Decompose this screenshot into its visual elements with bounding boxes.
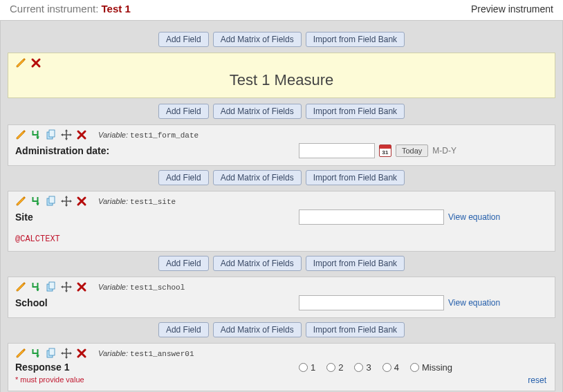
- move-icon[interactable]: [61, 281, 72, 292]
- delete-icon[interactable]: [76, 281, 87, 292]
- move-icon[interactable]: [61, 129, 72, 140]
- radio-group: 1 2 3 4 Missing: [299, 362, 452, 373]
- add-matrix-button[interactable]: Add Matrix of Fields: [213, 256, 302, 271]
- branch-icon[interactable]: [30, 281, 41, 292]
- import-field-bank-button[interactable]: Import from Field Bank: [306, 104, 405, 119]
- required-note: * must provide value: [15, 375, 548, 384]
- radio-option[interactable]: 4: [382, 362, 399, 373]
- copy-icon[interactable]: [46, 196, 57, 207]
- add-field-button[interactable]: Add Field: [158, 256, 209, 271]
- branch-icon[interactable]: [30, 196, 41, 207]
- calendar-icon[interactable]: [379, 144, 391, 157]
- field-label: Response 1: [15, 362, 292, 373]
- pencil-icon[interactable]: [15, 57, 26, 68]
- add-field-button[interactable]: Add Field: [158, 322, 209, 337]
- preview-instrument-link[interactable]: Preview instrument: [471, 3, 553, 15]
- pencil-icon[interactable]: [15, 348, 26, 359]
- field-label: Administration date:: [15, 145, 292, 156]
- import-field-bank-button[interactable]: Import from Field Bank: [306, 170, 405, 185]
- import-field-bank-button[interactable]: Import from Field Bank: [306, 32, 405, 47]
- branch-icon[interactable]: [30, 348, 41, 359]
- delete-icon[interactable]: [30, 57, 41, 68]
- copy-icon[interactable]: [46, 281, 57, 292]
- variable-label: Variable: test1_answer01: [98, 349, 194, 358]
- radio-option[interactable]: 3: [354, 362, 371, 373]
- view-equation-link[interactable]: View equation: [448, 212, 500, 222]
- date-format-hint: M-D-Y: [432, 146, 456, 156]
- reset-link[interactable]: reset: [528, 375, 546, 385]
- field-label: Site: [15, 212, 292, 223]
- calc-output: [299, 295, 444, 310]
- current-instrument-label: Current instrument: Test 1: [10, 3, 131, 15]
- field-card: Variable: test1_answer01 Response 1 1 2 …: [8, 343, 555, 391]
- radio-option[interactable]: 2: [326, 362, 343, 373]
- add-matrix-button[interactable]: Add Matrix of Fields: [213, 32, 302, 47]
- move-icon[interactable]: [61, 196, 72, 207]
- pencil-icon[interactable]: [15, 129, 26, 140]
- copy-icon[interactable]: [46, 348, 57, 359]
- move-icon[interactable]: [61, 348, 72, 359]
- import-field-bank-button[interactable]: Import from Field Bank: [306, 322, 405, 337]
- variable-label: Variable: test1_form_date: [98, 131, 199, 140]
- variable-label: Variable: test1_school: [98, 283, 185, 292]
- section-header: Test 1 Measure: [8, 53, 555, 98]
- import-field-bank-button[interactable]: Import from Field Bank: [306, 256, 405, 271]
- today-button[interactable]: Today: [396, 144, 428, 157]
- pencil-icon[interactable]: [15, 196, 26, 207]
- add-field-button[interactable]: Add Field: [158, 104, 209, 119]
- calc-output: [299, 209, 444, 225]
- add-matrix-button[interactable]: Add Matrix of Fields: [213, 104, 302, 119]
- branch-icon[interactable]: [30, 129, 41, 140]
- delete-icon[interactable]: [76, 129, 87, 140]
- copy-icon[interactable]: [46, 129, 57, 140]
- radio-option[interactable]: Missing: [410, 362, 452, 373]
- pencil-icon[interactable]: [15, 281, 26, 292]
- delete-icon[interactable]: [76, 348, 87, 359]
- delete-icon[interactable]: [76, 196, 87, 207]
- add-field-button[interactable]: Add Field: [158, 170, 209, 185]
- calctext-tag: @CALCTEXT: [15, 234, 548, 244]
- date-input[interactable]: [299, 143, 375, 158]
- view-equation-link[interactable]: View equation: [448, 298, 500, 308]
- variable-label: Variable: test1_site: [98, 197, 176, 206]
- designer-panel: Add Field Add Matrix of Fields Import fr…: [0, 20, 563, 392]
- add-field-button[interactable]: Add Field: [158, 32, 209, 47]
- field-card: Variable: test1_site Site View equation …: [8, 191, 555, 252]
- field-label: School: [15, 297, 292, 308]
- add-matrix-button[interactable]: Add Matrix of Fields: [213, 322, 302, 337]
- radio-option[interactable]: 1: [299, 362, 315, 373]
- section-title: Test 1 Measure: [15, 71, 548, 89]
- instrument-name: Test 1: [102, 3, 131, 15]
- add-matrix-button[interactable]: Add Matrix of Fields: [213, 170, 302, 185]
- field-card: Variable: test1_school School View equat…: [8, 277, 555, 318]
- field-card: Variable: test1_form_date Administration…: [8, 124, 555, 166]
